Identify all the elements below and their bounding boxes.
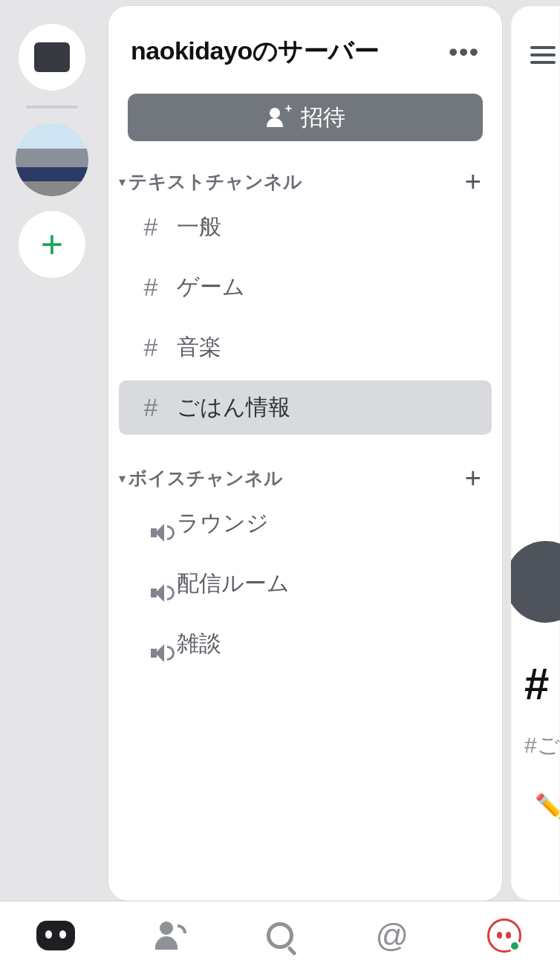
voice-channels-toggle[interactable]: ▾ ボイスチャンネル [119,466,283,490]
text-channel-item-active[interactable]: # ごはん情報 [119,380,492,435]
channel-name: ごはん情報 [177,392,290,423]
add-server-button[interactable]: + [19,211,85,278]
discord-logo-icon [36,921,75,950]
server-avatar[interactable] [16,123,88,196]
channel-name: ゲーム [177,272,245,302]
text-channel-item[interactable]: # 一般 [119,200,492,254]
text-channels-toggle[interactable]: ▾ テキストチャンネル [119,169,302,194]
voice-channel-item[interactable]: 配信ルーム [119,557,492,611]
text-section-label: テキストチャンネル [128,169,302,194]
edit-channel-button[interactable]: ✏️ [535,792,560,820]
channel-name: 音楽 [177,332,221,363]
chevron-down-icon: ▾ [119,470,126,487]
welcome-hash: # [524,658,549,710]
rail-separator [26,106,78,108]
voice-section-label: ボイスチャンネル [128,466,283,490]
menu-button[interactable] [530,42,556,68]
channel-badge-icon [511,541,560,623]
channel-name: 一般 [177,212,221,242]
search-icon [267,922,293,949]
server-title: naokidayoのサーバー [131,34,379,68]
hash-icon: # [140,213,162,242]
nav-mentions[interactable]: @ [371,915,413,956]
nav-search[interactable] [259,915,301,956]
hash-icon: # [140,273,162,302]
nav-home[interactable] [35,915,76,956]
nav-profile[interactable] [484,915,525,956]
plus-icon: + [41,222,63,267]
chat-panel-edge: # #ご ✏️ [511,6,560,901]
direct-messages-button[interactable] [19,24,85,91]
bottom-nav: @ [0,901,560,969]
voice-channel-item[interactable]: ラウンジ [119,496,492,551]
channel-name: 雑談 [177,629,221,659]
person-add-icon: + [265,108,287,127]
add-voice-channel-button[interactable]: + [465,471,481,485]
add-text-channel-button[interactable]: + [465,175,481,189]
voice-channel-item[interactable]: 雑談 [119,617,492,671]
server-menu-button[interactable]: ••• [449,37,480,66]
hash-icon: # [140,393,162,422]
text-channel-item[interactable]: # ゲーム [119,260,492,314]
nav-friends[interactable] [147,915,189,956]
channel-name: ラウンジ [177,508,269,539]
speech-bubble-icon [34,42,70,72]
text-channel-item[interactable]: # 音楽 [119,320,492,375]
hash-icon: # [140,333,162,362]
at-icon: @ [375,917,408,954]
chevron-down-icon: ▾ [119,174,126,190]
channel-name: 配信ルーム [177,568,290,599]
friends-icon [155,921,180,950]
invite-button[interactable]: + 招待 [128,94,483,141]
welcome-channel-text: #ご [524,730,560,761]
online-status-icon [509,940,521,952]
invite-label: 招待 [301,103,345,133]
channel-panel: naokidayoのサーバー ••• + 招待 ▾ テキストチャンネル + # … [108,6,502,901]
server-rail: + [0,0,104,901]
avatar-icon [487,918,521,953]
